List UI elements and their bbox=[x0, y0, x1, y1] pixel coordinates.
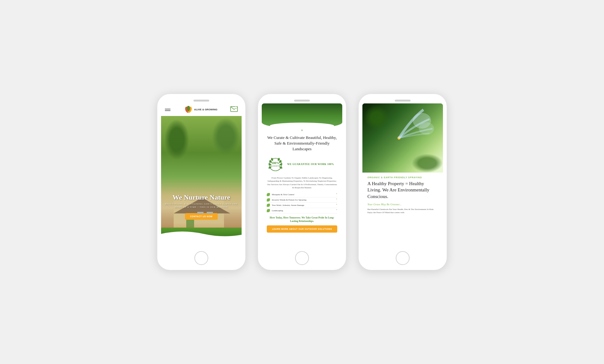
p3-title: A Healthy Property = Healthy Living. We … bbox=[367, 180, 438, 200]
svg-text:GUARANTEE: GUARANTEE bbox=[271, 165, 281, 167]
service-leaf-icon bbox=[267, 209, 270, 212]
p2-heading: We Curate & Cultivate Beautiful, Healthy… bbox=[267, 135, 337, 152]
hero-overlay: We Nurture Nature BEAUTIFYING & SUSTAINI… bbox=[161, 193, 242, 220]
hero-subtitle: BEAUTIFYING & SUSTAINING GOD'S GREEN EAR… bbox=[164, 203, 238, 209]
phone-1: ALIVE & GROWING bbox=[157, 94, 245, 270]
hero-image: We Nurture Nature BEAUTIFYING & SUSTAINI… bbox=[161, 116, 242, 239]
logo-leaves-icon bbox=[183, 106, 193, 113]
p2-top-image: + bbox=[262, 103, 342, 129]
p2-tagline: Here Today, Here Tomorrow. We Take Great… bbox=[267, 216, 337, 223]
hero-title: We Nurture Nature bbox=[164, 193, 238, 201]
service-leaf-icon bbox=[267, 204, 270, 207]
hamburger-menu-icon[interactable] bbox=[165, 109, 171, 111]
p3-body: ORGANIC & EARTH-FRIENDLY SPRAYING A Heal… bbox=[362, 173, 443, 218]
service-item: Landscaping ˅ bbox=[267, 208, 337, 213]
service-leaf-icon bbox=[267, 193, 270, 196]
mail-icon[interactable] bbox=[230, 106, 238, 113]
service-label: Mosquito & Tick Control bbox=[272, 193, 294, 196]
phone-2: + We Curate & Cultivate Beautiful, Healt… bbox=[258, 94, 346, 270]
svg-point-11 bbox=[277, 157, 280, 161]
p3-sub-heading: Your Grass May Be Greener... bbox=[367, 203, 438, 206]
svg-text:100%: 100% bbox=[271, 161, 279, 165]
service-chevron-icon: ˅ bbox=[336, 209, 337, 212]
logo-area: ALIVE & GROWING bbox=[183, 106, 217, 113]
p3-hero-image bbox=[362, 103, 443, 173]
p2-plus-icon: + bbox=[301, 128, 303, 133]
service-label: Tree Work | Arborist, Storm Damage bbox=[272, 204, 304, 207]
service-item: Invasive Weeds & Poison Ivy Spraying ˅ bbox=[267, 197, 337, 203]
hero-cta-button[interactable]: CONTACT US NOW bbox=[185, 213, 217, 220]
guarantee-text: WE GUARANTEE OUR WORK 100% bbox=[287, 163, 334, 166]
services-list: Mosquito & Tick Control ˅ Invasive Weeds… bbox=[267, 192, 337, 213]
phone-home-button-2[interactable] bbox=[295, 251, 309, 265]
phones-container: ALIVE & GROWING bbox=[157, 94, 447, 270]
service-item: Mosquito & Tick Control ˅ bbox=[267, 192, 337, 197]
p2-description: From Flower Gardens To Organic Edible La… bbox=[267, 176, 337, 190]
logo-text: ALIVE & GROWING bbox=[194, 108, 217, 111]
service-label: Landscaping bbox=[272, 209, 283, 212]
svg-point-8 bbox=[271, 157, 273, 161]
guarantee-badge: 100% GUARANTEE bbox=[267, 156, 284, 173]
svg-point-18 bbox=[419, 122, 434, 135]
hero-wave bbox=[161, 229, 242, 239]
p3-category: ORGANIC & EARTH-FRIENDLY SPRAYING bbox=[367, 176, 438, 179]
p2-cta-button[interactable]: LEARN MORE ABOUT OUR OUTDOOR SOLUTIONS bbox=[267, 225, 337, 233]
service-item: Tree Work | Arborist, Storm Damage ˅ bbox=[267, 203, 337, 208]
p3-description: But Harmful Chemicals Put Your Health, P… bbox=[367, 208, 438, 214]
laurel-icon: 100% GUARANTEE bbox=[267, 156, 284, 173]
phone-home-button-1[interactable] bbox=[194, 251, 208, 265]
phone1-header: ALIVE & GROWING bbox=[161, 103, 242, 116]
phone-2-content: + We Curate & Cultivate Beautiful, Healt… bbox=[262, 103, 342, 249]
service-chevron-icon: ˅ bbox=[336, 204, 337, 207]
service-leaf-icon bbox=[267, 198, 270, 201]
p2-body: We Curate & Cultivate Beautiful, Healthy… bbox=[262, 129, 342, 235]
phone-speaker-1 bbox=[193, 100, 209, 102]
phone-3-content: ORGANIC & EARTH-FRIENDLY SPRAYING A Heal… bbox=[362, 103, 443, 249]
phone-speaker-2 bbox=[294, 100, 310, 102]
service-chevron-icon: ˅ bbox=[336, 193, 337, 196]
service-label: Invasive Weeds & Poison Ivy Spraying bbox=[272, 199, 306, 201]
guarantee-row: 100% GUARANTEE WE GUARANTEE OUR WORK 100… bbox=[267, 156, 337, 173]
phone-home-button-3[interactable] bbox=[396, 251, 410, 265]
phone-speaker-3 bbox=[395, 100, 411, 102]
phone-3: ORGANIC & EARTH-FRIENDLY SPRAYING A Heal… bbox=[359, 94, 447, 270]
service-chevron-icon: ˅ bbox=[336, 198, 337, 201]
phone-1-content: ALIVE & GROWING bbox=[161, 103, 242, 249]
